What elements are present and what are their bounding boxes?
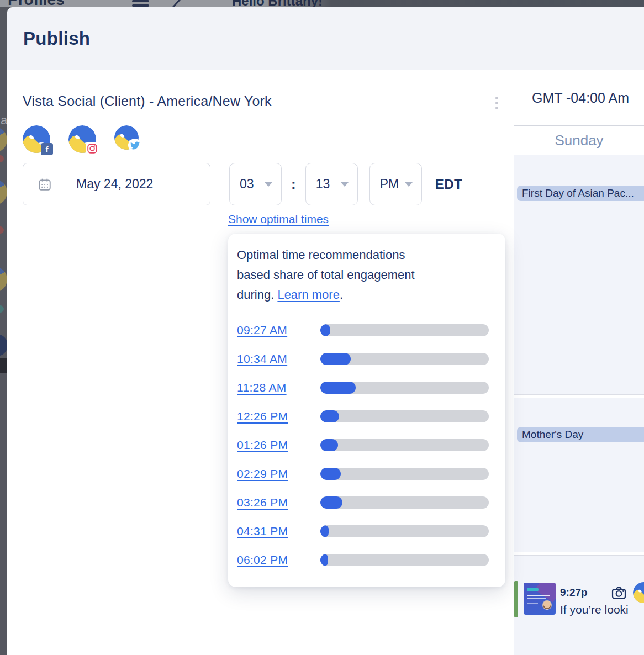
profile-group-title: Vista Social (Client) - America/New York (23, 93, 272, 109)
dimmed-avatar (0, 334, 7, 356)
modal-title: Publish (23, 28, 90, 49)
timezone-header: GMT -04:00 Am (514, 70, 644, 125)
background-partial-text: a (1, 113, 7, 128)
hour-value: 03 (240, 177, 254, 192)
show-optimal-times-link[interactable]: Show optimal times (228, 213, 329, 225)
chevron-down-icon (341, 182, 349, 187)
engagement-bar (320, 439, 489, 451)
optimal-time-link[interactable]: 04:31 PM (237, 525, 288, 537)
optimal-time-row: 06:02 PM (237, 546, 489, 574)
profile-facebook[interactable]: f (23, 125, 50, 153)
post-profile-avatar (633, 582, 644, 603)
chevron-down-icon (405, 182, 413, 187)
calendar-icon (38, 177, 52, 192)
engagement-bar-fill (320, 410, 339, 422)
facebook-icon: f (41, 143, 53, 155)
post-time: 9:27p (560, 587, 588, 599)
optimal-time-link[interactable]: 06:02 PM (237, 553, 288, 566)
dimmed-avatar (0, 267, 7, 292)
schedule-datetime-row: May 24, 2022 03 : 13 (23, 163, 462, 205)
optimal-time-link[interactable]: 09:27 AM (237, 324, 287, 336)
scheduled-post[interactable]: 9:27p (514, 581, 644, 617)
timezone-label: EDT (435, 177, 463, 192)
calendar-day-cell[interactable]: Mother's Day (514, 398, 644, 552)
time-separator: : (291, 176, 296, 193)
calendar-event[interactable]: Mother's Day (517, 427, 644, 442)
optimal-time-row: 10:34 AM (237, 345, 489, 373)
engagement-bar-fill (320, 324, 330, 336)
optimal-time-row: 09:27 AM (237, 316, 489, 345)
engagement-bar (320, 525, 489, 537)
composer-panel: Vista Social (Client) - America/New York (7, 70, 514, 655)
camera-icon (611, 585, 627, 601)
profile-twitter[interactable] (114, 125, 139, 150)
more-options-button[interactable] (493, 94, 500, 112)
optimal-time-link[interactable]: 01:26 PM (237, 439, 288, 451)
minute-value: 13 (316, 177, 330, 192)
engagement-bar (320, 468, 489, 480)
engagement-bar-fill (320, 496, 342, 509)
engagement-bar-fill (320, 353, 351, 365)
engagement-bar-fill (320, 525, 329, 537)
modal-body: Vista Social (Client) - America/New York (7, 70, 644, 655)
minute-select[interactable]: 13 (305, 163, 358, 205)
post-text: If you’re looki (560, 603, 629, 616)
optimal-time-row: 01:26 PM (237, 431, 489, 459)
description-prefix: during. (237, 288, 277, 302)
popover-description: Optimal time recommendations based share… (237, 245, 474, 305)
calendar-event[interactable]: First Day of Asian Pac... (517, 186, 644, 201)
slash-icon (171, 0, 183, 7)
calendar-day-cell[interactable]: First Day of Asian Pac... (514, 155, 644, 395)
engagement-bar (320, 496, 489, 509)
background-top-strip: Profiles Hello Brittany! (0, 0, 644, 7)
optimal-time-row: 02:29 PM (237, 459, 489, 488)
dimmed-avatar (0, 179, 7, 205)
publish-modal: Publish Vista Social (Client) - America/… (7, 7, 644, 655)
dimmed-avatar (0, 127, 7, 152)
date-picker[interactable]: May 24, 2022 (23, 163, 210, 205)
optimal-time-row: 03:26 PM (237, 488, 489, 517)
optimal-time-link[interactable]: 12:26 PM (237, 410, 288, 422)
engagement-bar-fill (320, 382, 356, 394)
post-meta-row: 9:27p (560, 582, 644, 603)
engagement-bar-fill (320, 439, 338, 451)
learn-more-link[interactable]: Learn more (277, 288, 340, 302)
optimal-time-link[interactable]: 10:34 AM (237, 352, 287, 365)
description-line: Optimal time recommendations (237, 245, 474, 265)
date-value: May 24, 2022 (76, 177, 153, 192)
engagement-bar-fill (320, 554, 328, 566)
day-header: Sunday (514, 125, 644, 155)
twitter-icon (128, 139, 141, 152)
engagement-bar (320, 382, 489, 394)
dimmed-panel-fragment (0, 358, 7, 373)
modal-header: Publish (7, 7, 644, 70)
background-left-strip: a (0, 7, 7, 655)
profile-group-row: Vista Social (Client) - America/New York (23, 93, 500, 112)
post-thumbnail (524, 583, 556, 615)
optimal-time-row: 11:28 AM (237, 373, 489, 402)
meridiem-value: PM (380, 177, 399, 192)
post-details: 9:27p (560, 582, 644, 616)
dimmed-badge-dot (0, 226, 4, 234)
description-line: based share of total engagement (237, 265, 474, 285)
calendar-day-cell[interactable]: 9:27p (514, 555, 644, 655)
background-page-title: Profiles (8, 0, 65, 7)
optimal-times-list: 09:27 AM 10:34 AM 11:28 AM 12:26 PM (237, 316, 489, 574)
optimal-times-popover: Optimal time recommendations based share… (228, 234, 505, 587)
optimal-time-link[interactable]: 11:28 AM (237, 381, 287, 394)
optimal-time-link[interactable]: 02:29 PM (237, 467, 288, 480)
profile-instagram[interactable] (68, 125, 96, 153)
background-greeting: Hello Brittany! (232, 0, 323, 7)
meridiem-select[interactable]: PM (369, 163, 422, 205)
hamburger-menu-icon (132, 0, 149, 7)
calendar-panel: GMT -04:00 Am Sunday First Day of Asian … (514, 70, 644, 655)
screen: Profiles Hello Brittany! a Publish Vista… (0, 0, 644, 655)
selected-profiles-row: f (23, 125, 139, 153)
description-line: during. Learn more. (237, 285, 474, 305)
optimal-time-link[interactable]: 03:26 PM (237, 496, 288, 509)
hour-select[interactable]: 03 (229, 163, 282, 205)
dimmed-badge-dot (0, 305, 4, 313)
engagement-bar-fill (320, 468, 341, 480)
engagement-bar (320, 353, 489, 365)
instagram-icon (86, 142, 99, 155)
